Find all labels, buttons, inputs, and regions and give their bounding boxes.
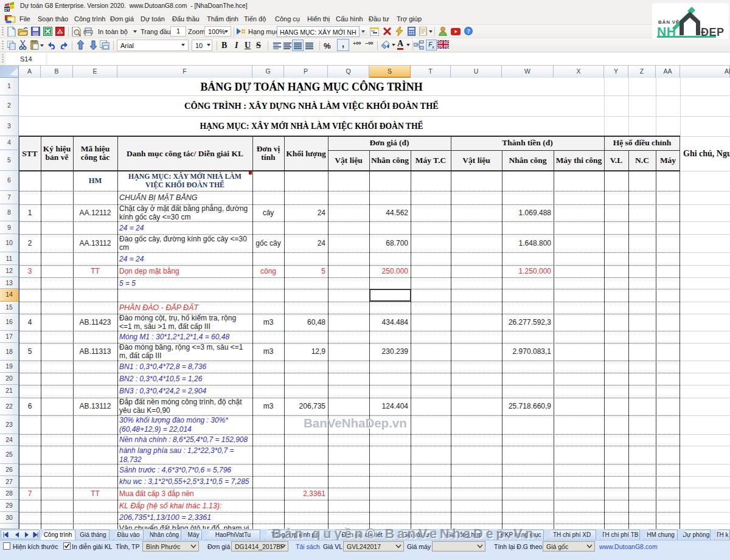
svg-text:?: ? [467, 29, 470, 35]
svg-text:DT: DT [4, 7, 10, 12]
